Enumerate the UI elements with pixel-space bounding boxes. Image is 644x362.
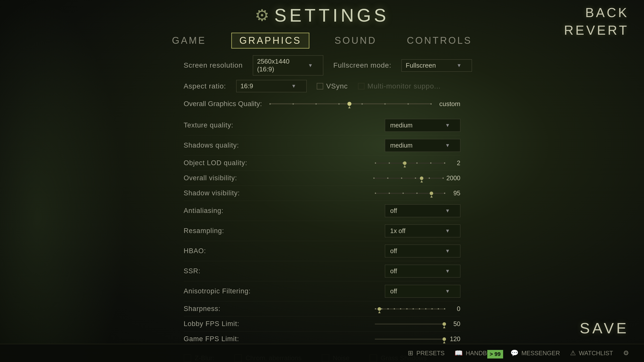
slider-dot [444,193,445,194]
resampling-select[interactable]: 1x off ▼ [385,224,460,237]
overall-quality-handle[interactable]: ▲ [347,102,351,106]
slider-dot [416,162,418,164]
overall-quality-slider[interactable]: ▲ [269,103,432,104]
hbao-row: HBAO: off ▼ [184,241,460,261]
ssr-select[interactable]: off ▼ [385,265,460,278]
sharpness-slider[interactable]: ▲ [375,308,445,309]
vsync-item[interactable]: VSync [317,82,348,90]
settings-icon: ⚙ [623,349,629,357]
shadows-quality-row: Shadows quality: medium ▼ [184,135,460,156]
object-lod-slider[interactable]: ▲ [375,163,445,164]
vsync-label: VSync [326,82,348,90]
slider-dot [431,308,433,309]
texture-quality-label: Texture quality: [184,121,233,129]
resampling-value: 1x off [390,227,406,235]
sharpness-handle[interactable]: ▲ [378,307,381,311]
save-button[interactable]: SAVE [580,320,629,337]
overall-visibility-value: 2000 [446,174,460,182]
anisotropic-row: Anisotropic Filtering: off ▼ [184,281,460,301]
bottom-bar: > 99 ⊞ PRESETS 📖 HANDBOOK 💬 MESSENGER ⚠ … [0,344,644,362]
nav-tabs: GAME GRAPHICS SOUND CONTROLS [167,33,477,49]
sharpness-control: ▲ 0 [375,305,460,312]
slider-dot [384,103,386,105]
handle-indicator: ▲ [420,179,424,184]
overall-visibility-handle[interactable]: ▲ [420,176,423,180]
page-title: SETTINGS [274,5,389,26]
game-fps-handle[interactable]: ▲ [442,337,446,341]
antialiasing-select[interactable]: off ▼ [385,204,460,217]
aspect-dropdown[interactable]: 16:9 ▼ [236,80,307,92]
hbao-arrow: ▼ [445,248,450,254]
slider-dot [387,177,388,179]
slider-dot [381,308,382,309]
presets-button[interactable]: ⊞ PRESETS [408,349,445,357]
slider-dot [415,177,416,179]
shadows-quality-select[interactable]: medium ▼ [385,139,460,152]
settings-gear-button[interactable]: ⚙ [623,349,629,357]
resolution-value: 644x362 (16:9) [257,58,305,73]
texture-quality-select[interactable]: medium ▼ [385,119,460,132]
slider-dot [430,103,432,105]
revert-button[interactable]: REVERT [564,23,629,38]
aspect-ratio-row: Aspect ratio: 16:9 ▼ VSync Multi-monitor… [184,80,460,92]
ssr-value: off [390,267,397,275]
slider-dot [389,162,390,164]
slider-dot [394,308,395,309]
lobby-fps-value: 50 [448,320,460,328]
messenger-button[interactable]: 💬 MESSENGER [510,349,560,357]
vsync-checkbox[interactable] [317,83,323,89]
overall-visibility-slider[interactable]: ▲ [373,178,444,179]
fps-indicator: > 99 [487,350,503,358]
slider-dot [315,103,317,105]
lobby-fps-slider[interactable]: ▲ [375,324,445,325]
anisotropic-value: off [390,288,397,295]
tab-game[interactable]: GAME [167,33,211,48]
object-lod-row: Object LOD quality: ▲ 2 [184,156,460,171]
fullscreen-dropdown-arrow: ▼ [457,63,462,68]
tab-graphics[interactable]: GRAPHICS [231,33,309,49]
gear-icon: ⚙ [255,6,269,25]
hbao-value: off [390,247,397,255]
game-fps-slider[interactable]: ▲ [375,339,445,340]
antialiasing-arrow: ▼ [445,208,450,214]
aspect-dropdown-arrow: ▼ [291,83,296,89]
handle-indicator: ▲ [403,164,407,168]
resampling-row: Resampling: 1x off ▼ [184,221,460,241]
slider-dot [375,308,376,309]
lobby-fps-handle[interactable]: ▲ [442,322,446,326]
fullscreen-label: Fullscreen mode: [333,61,391,69]
object-lod-label: Object LOD quality: [184,159,247,167]
lobby-fps-control: ▲ 50 [375,320,460,328]
hbao-select[interactable]: off ▼ [385,245,460,257]
shadow-visibility-slider[interactable]: ▲ [375,193,445,194]
shadows-quality-label: Shadows quality: [184,142,239,149]
overall-visibility-label: Overall visibility: [184,174,237,182]
resampling-arrow: ▼ [445,228,450,234]
object-lod-handle[interactable]: ▲ [403,161,407,165]
anisotropic-select[interactable]: off ▼ [385,285,460,298]
resolution-dropdown[interactable]: 644x362 (16:9) ▼ [253,55,323,75]
ssr-arrow: ▼ [445,268,450,274]
shadow-visibility-handle[interactable]: ▲ [430,192,433,195]
slider-dot [361,103,363,105]
antialiasing-row: Antialiasing: off ▼ [184,201,460,221]
watchlist-button[interactable]: ⚠ WATCHLIST [570,349,613,357]
texture-quality-value: medium [390,122,413,129]
slider-dot [293,103,294,105]
fullscreen-dropdown[interactable]: Fullscreen ▼ [401,59,472,72]
overall-quality-label: Overall Graphics Quality: [184,100,262,108]
tab-controls[interactable]: CONTROLS [402,33,477,48]
handle-indicator: ▲ [347,105,351,109]
shadow-visibility-label: Shadow visibility: [184,189,240,197]
top-right-buttons: BACK REVERT [564,5,629,38]
handle-indicator: ▲ [429,194,433,199]
slider-dot [269,103,271,105]
ssr-label: SSR: [184,267,200,275]
resampling-label: Resampling: [184,227,224,235]
tab-sound[interactable]: SOUND [330,33,382,48]
screen-resolution-row: Screen resolution 644x362 (16:9) ▼ Ful… [184,55,460,75]
slider-dot [438,308,439,309]
overall-quality-value: custom [439,100,460,108]
overall-visibility-control: ▲ 2000 [373,174,460,182]
back-button[interactable]: BACK [564,5,629,20]
